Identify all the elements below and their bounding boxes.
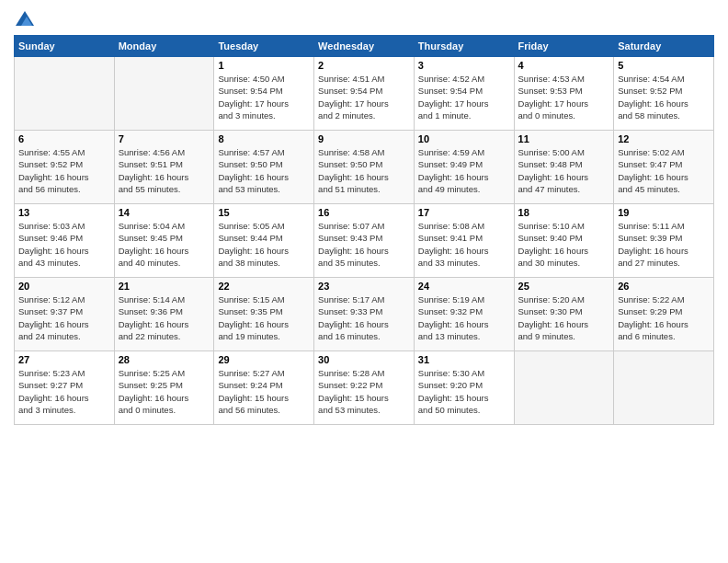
calendar-cell: 10Sunrise: 4:59 AM Sunset: 9:49 PM Dayli… <box>414 131 514 204</box>
day-number: 22 <box>218 281 310 292</box>
calendar-cell: 20Sunrise: 5:12 AM Sunset: 9:37 PM Dayli… <box>15 278 115 351</box>
day-number: 8 <box>218 133 310 144</box>
day-number: 25 <box>518 281 610 292</box>
day-number: 6 <box>18 133 110 144</box>
day-info: Sunrise: 4:52 AM Sunset: 9:54 PM Dayligh… <box>418 73 510 121</box>
day-info: Sunrise: 4:58 AM Sunset: 9:50 PM Dayligh… <box>318 146 410 195</box>
day-info: Sunrise: 5:11 AM Sunset: 9:39 PM Dayligh… <box>618 220 710 269</box>
calendar-cell: 27Sunrise: 5:23 AM Sunset: 9:27 PM Dayli… <box>15 351 115 425</box>
calendar-cell: 24Sunrise: 5:19 AM Sunset: 9:32 PM Dayli… <box>414 278 514 351</box>
header-tuesday: Tuesday <box>214 36 314 57</box>
day-info: Sunrise: 4:55 AM Sunset: 9:52 PM Dayligh… <box>18 146 110 195</box>
calendar-cell: 6Sunrise: 4:55 AM Sunset: 9:52 PM Daylig… <box>15 131 115 204</box>
day-info: Sunrise: 5:19 AM Sunset: 9:32 PM Dayligh… <box>418 293 510 342</box>
day-info: Sunrise: 5:08 AM Sunset: 9:41 PM Dayligh… <box>418 220 510 269</box>
day-number: 7 <box>119 133 210 144</box>
calendar-cell: 28Sunrise: 5:25 AM Sunset: 9:25 PM Dayli… <box>114 351 214 425</box>
calendar-cell <box>15 57 115 131</box>
day-info: Sunrise: 5:02 AM Sunset: 9:47 PM Dayligh… <box>618 146 710 195</box>
day-info: Sunrise: 5:23 AM Sunset: 9:27 PM Dayligh… <box>18 367 110 416</box>
calendar-body: 1Sunrise: 4:50 AM Sunset: 9:54 PM Daylig… <box>15 57 714 425</box>
day-info: Sunrise: 5:22 AM Sunset: 9:29 PM Dayligh… <box>618 293 710 342</box>
day-info: Sunrise: 4:53 AM Sunset: 9:53 PM Dayligh… <box>518 73 610 121</box>
day-info: Sunrise: 5:04 AM Sunset: 9:45 PM Dayligh… <box>119 220 210 269</box>
day-info: Sunrise: 5:20 AM Sunset: 9:30 PM Dayligh… <box>518 293 610 342</box>
calendar-cell: 31Sunrise: 5:30 AM Sunset: 9:20 PM Dayli… <box>414 351 514 425</box>
day-number: 1 <box>218 60 310 71</box>
calendar-cell: 18Sunrise: 5:10 AM Sunset: 9:40 PM Dayli… <box>514 204 614 278</box>
calendar-cell: 25Sunrise: 5:20 AM Sunset: 9:30 PM Dayli… <box>514 278 614 351</box>
calendar-header-row: SundayMondayTuesdayWednesdayThursdayFrid… <box>15 36 714 57</box>
logo <box>14 9 40 28</box>
day-number: 15 <box>218 207 310 218</box>
week-row-1: 1Sunrise: 4:50 AM Sunset: 9:54 PM Daylig… <box>15 57 714 131</box>
day-number: 16 <box>318 207 410 218</box>
logo-icon <box>14 9 36 28</box>
day-number: 5 <box>618 60 710 71</box>
day-info: Sunrise: 5:30 AM Sunset: 9:20 PM Dayligh… <box>418 367 510 416</box>
calendar-cell: 1Sunrise: 4:50 AM Sunset: 9:54 PM Daylig… <box>214 57 314 131</box>
calendar-cell: 16Sunrise: 5:07 AM Sunset: 9:43 PM Dayli… <box>314 204 415 278</box>
calendar-cell: 22Sunrise: 5:15 AM Sunset: 9:35 PM Dayli… <box>214 278 314 351</box>
week-row-2: 6Sunrise: 4:55 AM Sunset: 9:52 PM Daylig… <box>15 131 714 204</box>
header-friday: Friday <box>514 36 614 57</box>
day-number: 4 <box>518 60 610 71</box>
day-info: Sunrise: 5:05 AM Sunset: 9:44 PM Dayligh… <box>218 220 310 269</box>
calendar-cell: 5Sunrise: 4:54 AM Sunset: 9:52 PM Daylig… <box>614 57 714 131</box>
day-number: 29 <box>218 354 310 365</box>
day-number: 31 <box>418 354 510 365</box>
calendar-cell: 23Sunrise: 5:17 AM Sunset: 9:33 PM Dayli… <box>314 278 415 351</box>
day-number: 2 <box>318 60 410 71</box>
day-number: 12 <box>618 133 710 144</box>
page-header <box>14 9 714 28</box>
day-info: Sunrise: 5:10 AM Sunset: 9:40 PM Dayligh… <box>518 220 610 269</box>
day-info: Sunrise: 4:57 AM Sunset: 9:50 PM Dayligh… <box>218 146 310 195</box>
calendar-cell: 21Sunrise: 5:14 AM Sunset: 9:36 PM Dayli… <box>114 278 214 351</box>
calendar-cell: 29Sunrise: 5:27 AM Sunset: 9:24 PM Dayli… <box>214 351 314 425</box>
header-sunday: Sunday <box>15 36 115 57</box>
header-thursday: Thursday <box>414 36 514 57</box>
day-number: 27 <box>18 354 110 365</box>
header-saturday: Saturday <box>614 36 714 57</box>
day-number: 19 <box>618 207 710 218</box>
calendar-cell: 3Sunrise: 4:52 AM Sunset: 9:54 PM Daylig… <box>414 57 514 131</box>
day-info: Sunrise: 5:07 AM Sunset: 9:43 PM Dayligh… <box>318 220 410 269</box>
day-number: 18 <box>518 207 610 218</box>
day-info: Sunrise: 4:56 AM Sunset: 9:51 PM Dayligh… <box>119 146 210 195</box>
calendar-cell: 19Sunrise: 5:11 AM Sunset: 9:39 PM Dayli… <box>614 204 714 278</box>
calendar-cell: 12Sunrise: 5:02 AM Sunset: 9:47 PM Dayli… <box>614 131 714 204</box>
calendar-cell: 11Sunrise: 5:00 AM Sunset: 9:48 PM Dayli… <box>514 131 614 204</box>
calendar-cell: 9Sunrise: 4:58 AM Sunset: 9:50 PM Daylig… <box>314 131 415 204</box>
day-info: Sunrise: 5:12 AM Sunset: 9:37 PM Dayligh… <box>18 293 110 342</box>
day-number: 14 <box>119 207 210 218</box>
calendar-cell: 14Sunrise: 5:04 AM Sunset: 9:45 PM Dayli… <box>114 204 214 278</box>
calendar-cell: 15Sunrise: 5:05 AM Sunset: 9:44 PM Dayli… <box>214 204 314 278</box>
day-info: Sunrise: 5:14 AM Sunset: 9:36 PM Dayligh… <box>119 293 210 342</box>
day-number: 24 <box>418 281 510 292</box>
day-info: Sunrise: 5:27 AM Sunset: 9:24 PM Dayligh… <box>218 367 310 416</box>
day-info: Sunrise: 4:59 AM Sunset: 9:49 PM Dayligh… <box>418 146 510 195</box>
calendar-cell: 26Sunrise: 5:22 AM Sunset: 9:29 PM Dayli… <box>614 278 714 351</box>
day-number: 21 <box>119 281 210 292</box>
day-info: Sunrise: 4:51 AM Sunset: 9:54 PM Dayligh… <box>318 73 410 121</box>
day-number: 17 <box>418 207 510 218</box>
day-info: Sunrise: 5:00 AM Sunset: 9:48 PM Dayligh… <box>518 146 610 195</box>
week-row-3: 13Sunrise: 5:03 AM Sunset: 9:46 PM Dayli… <box>15 204 714 278</box>
day-info: Sunrise: 5:28 AM Sunset: 9:22 PM Dayligh… <box>318 367 410 416</box>
day-number: 10 <box>418 133 510 144</box>
day-info: Sunrise: 4:54 AM Sunset: 9:52 PM Dayligh… <box>618 73 710 121</box>
calendar-cell <box>114 57 214 131</box>
day-number: 9 <box>318 133 410 144</box>
header-wednesday: Wednesday <box>314 36 415 57</box>
calendar-cell: 13Sunrise: 5:03 AM Sunset: 9:46 PM Dayli… <box>15 204 115 278</box>
calendar-cell: 4Sunrise: 4:53 AM Sunset: 9:53 PM Daylig… <box>514 57 614 131</box>
calendar-cell: 7Sunrise: 4:56 AM Sunset: 9:51 PM Daylig… <box>114 131 214 204</box>
day-number: 13 <box>18 207 110 218</box>
week-row-5: 27Sunrise: 5:23 AM Sunset: 9:27 PM Dayli… <box>15 351 714 425</box>
header-monday: Monday <box>114 36 214 57</box>
day-info: Sunrise: 5:17 AM Sunset: 9:33 PM Dayligh… <box>318 293 410 342</box>
calendar-cell <box>514 351 614 425</box>
day-number: 26 <box>618 281 710 292</box>
day-info: Sunrise: 5:25 AM Sunset: 9:25 PM Dayligh… <box>119 367 210 416</box>
calendar-cell <box>614 351 714 425</box>
